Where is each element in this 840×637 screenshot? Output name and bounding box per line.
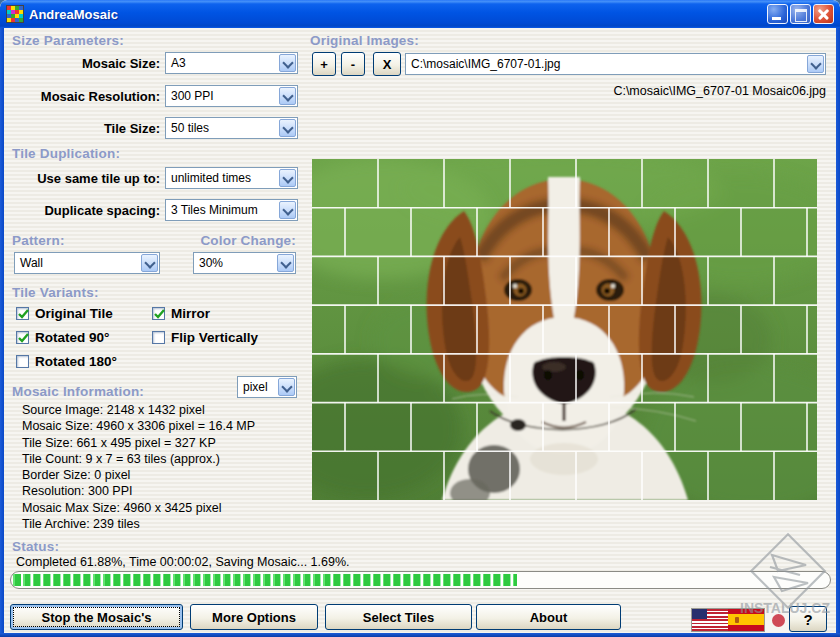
- duplicate-spacing-label: Duplicate spacing:: [0, 203, 160, 218]
- checkbox-box[interactable]: [16, 331, 29, 344]
- pattern-select[interactable]: Wall: [14, 252, 160, 274]
- wall-pattern-grid-overlay: [312, 159, 817, 500]
- info-line: Tile Size: 661 x 495 pixel = 327 KP: [22, 435, 255, 451]
- andreamosaic-window: AndreaMosaic Size Parameters: Mosaic Siz…: [0, 0, 840, 637]
- status-header: Status:: [12, 539, 59, 554]
- checkbox-box[interactable]: [152, 307, 165, 320]
- window-border-left: [0, 26, 4, 637]
- use-same-tile-select[interactable]: unlimited times: [165, 167, 298, 189]
- maximize-button[interactable]: [790, 4, 811, 24]
- tile-size-select[interactable]: 50 tiles: [165, 117, 298, 139]
- remove-image-button[interactable]: -: [341, 52, 365, 76]
- checkbox-rotated-180[interactable]: Rotated 180°: [16, 354, 117, 369]
- mosaic-resolution-select[interactable]: 300 PPI: [165, 85, 298, 107]
- info-line: Border Size: 0 pixel: [22, 467, 255, 483]
- checkbox-rotated-90[interactable]: Rotated 90°: [16, 330, 109, 345]
- more-options-button[interactable]: More Options: [190, 604, 318, 630]
- checkbox-box[interactable]: [16, 307, 29, 320]
- checkbox-box[interactable]: [152, 331, 165, 344]
- use-same-tile-label: Use same tile up to:: [0, 171, 160, 186]
- window-border-right: [836, 26, 840, 637]
- minimize-button[interactable]: [767, 4, 788, 24]
- info-line: Resolution: 300 PPI: [22, 483, 255, 499]
- info-line: Mosaic Size: 4960 x 3306 pixel = 16.4 MP: [22, 418, 255, 434]
- unit-select[interactable]: pixel: [237, 376, 297, 398]
- mosaic-information-lines: Source Image: 2148 x 1432 pixel Mosaic S…: [22, 402, 255, 532]
- stop-mosaic-button[interactable]: Stop the Mosaic's: [10, 604, 183, 630]
- pattern-header: Pattern:: [12, 233, 65, 248]
- original-images-header: Original Images:: [310, 33, 419, 48]
- mosaic-information-header: Mosaic Information:: [12, 384, 144, 399]
- mosaic-size-select[interactable]: A3: [165, 52, 298, 74]
- window-title: AndreaMosaic: [29, 7, 118, 22]
- tile-variants-header: Tile Variants:: [12, 285, 99, 300]
- us-flag-icon[interactable]: [692, 609, 728, 631]
- checkbox-original-tile[interactable]: Original Tile: [16, 306, 113, 321]
- info-line: Mosaic Max Size: 4960 x 3425 pixel: [22, 500, 255, 516]
- chevron-down-icon[interactable]: [279, 169, 296, 187]
- japan-flag-icon[interactable]: [765, 608, 791, 632]
- chevron-down-icon[interactable]: [279, 119, 296, 137]
- chevron-down-icon[interactable]: [279, 54, 296, 72]
- help-button[interactable]: ?: [789, 606, 827, 632]
- mosaic-resolution-label: Mosaic Resolution:: [0, 89, 160, 104]
- progress-bar: [10, 571, 831, 589]
- about-button[interactable]: About: [476, 604, 621, 630]
- info-line: Tile Archive: 239 tiles: [22, 516, 255, 532]
- chevron-down-icon[interactable]: [141, 254, 158, 272]
- language-flags[interactable]: [691, 608, 765, 632]
- add-image-button[interactable]: +: [312, 52, 336, 76]
- mosaic-size-label: Mosaic Size:: [0, 56, 160, 71]
- progress-bar-fill: [13, 574, 517, 586]
- checkbox-box[interactable]: [16, 355, 29, 368]
- color-change-header: Color Change:: [186, 233, 296, 248]
- window-border-bottom: [0, 633, 840, 637]
- app-mosaic-icon: [6, 5, 24, 23]
- checkbox-flip-vertically[interactable]: Flip Vertically: [152, 330, 258, 345]
- spain-flag-icon[interactable]: [728, 609, 764, 631]
- tile-duplication-header: Tile Duplication:: [12, 146, 120, 161]
- image-path-select[interactable]: C:\mosaic\IMG_6707-01.jpg: [405, 53, 826, 75]
- duplicate-spacing-select[interactable]: 3 Tiles Minimum: [165, 199, 298, 221]
- chevron-down-icon[interactable]: [807, 55, 824, 73]
- color-change-select[interactable]: 30%: [193, 252, 296, 274]
- chevron-down-icon[interactable]: [279, 201, 296, 219]
- select-tiles-button[interactable]: Select Tiles: [325, 604, 472, 630]
- mosaic-preview-image: [312, 159, 817, 500]
- tile-size-label: Tile Size:: [0, 121, 160, 136]
- chevron-down-icon[interactable]: [278, 378, 295, 396]
- size-parameters-header: Size Parameters:: [12, 33, 124, 48]
- output-file-path: C:\mosaic\IMG_6707-01 Mosaic06.jpg: [400, 84, 826, 98]
- chevron-down-icon[interactable]: [277, 254, 294, 272]
- info-line: Tile Count: 9 x 7 = 63 tiles (approx.): [22, 451, 255, 467]
- chevron-down-icon[interactable]: [279, 87, 296, 105]
- status-text: Completed 61.88%, Time 00:00:02, Saving …: [16, 555, 350, 569]
- close-button[interactable]: [813, 4, 834, 24]
- title-bar[interactable]: AndreaMosaic: [0, 0, 840, 28]
- checkbox-mirror[interactable]: Mirror: [152, 306, 210, 321]
- clear-images-button[interactable]: X: [373, 52, 401, 76]
- info-line: Source Image: 2148 x 1432 pixel: [22, 402, 255, 418]
